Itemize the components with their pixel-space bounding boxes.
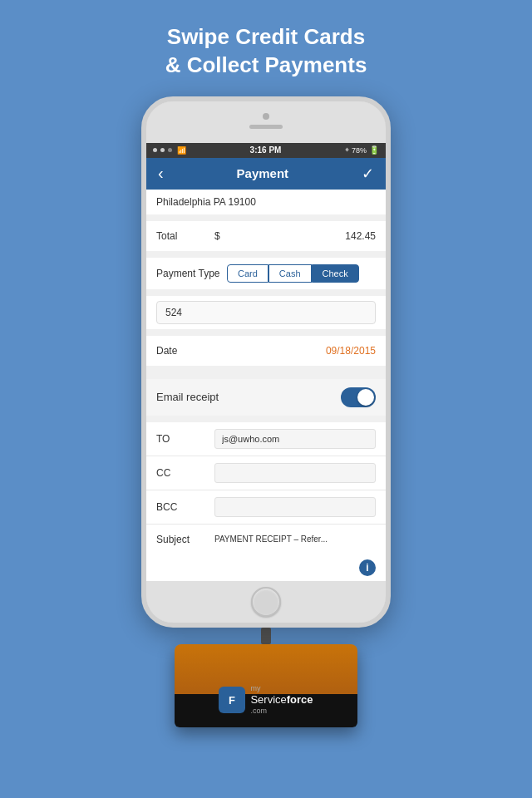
email-receipt-toggle[interactable]: [341, 387, 376, 407]
info-row: i: [146, 554, 386, 581]
logo-com: .com: [250, 707, 313, 716]
check-button[interactable]: Check: [312, 264, 359, 283]
subject-row: Subject PAYMENT RECEIPT – Refer...: [146, 525, 386, 554]
cc-input[interactable]: [214, 463, 376, 483]
connector: [261, 628, 271, 644]
email-receipt-label: Email receipt: [156, 391, 219, 403]
bcc-row: BCC: [146, 490, 386, 525]
nav-title: Payment: [237, 166, 289, 180]
phone-bottom: [146, 581, 386, 623]
status-time: 3:16 PM: [250, 145, 282, 155]
logo-force: force: [287, 693, 313, 706]
card-reader-logo: F my Serviceforce .com: [219, 684, 313, 718]
total-amount: 142.45: [224, 230, 376, 242]
screen-content: Philadelphia PA 19100 Total $ 142.45 Pay…: [146, 190, 386, 581]
card-reader-base: F my Serviceforce .com: [175, 644, 357, 727]
currency-symbol: $: [214, 230, 220, 242]
email-section: TO CC BCC Subject PAYMENT RECEIPT – Refe…: [146, 422, 386, 554]
bcc-input[interactable]: [214, 497, 376, 517]
home-button[interactable]: [251, 587, 281, 617]
date-section: Date 09/18/2015: [146, 336, 386, 366]
subject-value: PAYMENT RECEIPT – Refer...: [214, 534, 376, 544]
total-section: Total $ 142.45: [146, 221, 386, 251]
total-label: Total: [156, 230, 214, 242]
battery-icon: 🔋: [369, 145, 379, 155]
phone-top: [146, 101, 386, 143]
cash-button[interactable]: Cash: [268, 264, 312, 283]
total-row: Total $ 142.45: [146, 221, 386, 251]
address-value: Philadelphia PA 19100: [156, 196, 256, 208]
to-input[interactable]: [214, 429, 376, 449]
date-value: 09/18/2015: [214, 345, 376, 357]
to-label: TO: [156, 433, 214, 445]
bcc-label: BCC: [156, 501, 214, 513]
card-number-section: [146, 296, 386, 329]
location-icon: ⌖: [345, 145, 349, 155]
cc-label: CC: [156, 467, 214, 479]
signal-dot-2: [160, 148, 165, 152]
card-button[interactable]: Card: [227, 264, 268, 283]
logo-service: Service: [250, 693, 286, 706]
signal-dot-3: [168, 148, 172, 152]
wifi-icon: 📶: [177, 146, 186, 155]
subject-label: Subject: [156, 534, 214, 545]
cc-row: CC: [146, 456, 386, 490]
address-section: Philadelphia PA 19100: [146, 190, 386, 214]
payment-type-buttons: Card Cash Check: [227, 264, 359, 283]
date-row: Date 09/18/2015: [146, 336, 386, 366]
logo-text-block: my Serviceforce .com: [250, 684, 313, 715]
confirm-button[interactable]: ✓: [362, 165, 374, 183]
spacer: [146, 372, 386, 379]
payment-type-label: Payment Type: [156, 268, 227, 279]
payment-type-section: Payment Type Card Cash Check: [146, 258, 386, 289]
status-bar: 📶 3:16 PM ⌖ 78% 🔋: [146, 143, 386, 158]
address-row: Philadelphia PA 19100: [146, 190, 386, 214]
email-receipt-toggle-row: Email receipt: [146, 379, 386, 416]
phone-mockup: 📶 3:16 PM ⌖ 78% 🔋 ‹ Payment ✓ Philadelph…: [0, 96, 532, 727]
svg-text:F: F: [229, 694, 235, 707]
logo-icon: F: [219, 687, 245, 713]
card-number-input[interactable]: [156, 301, 376, 324]
logo-svg: F: [224, 692, 240, 708]
signal-dot-1: [153, 148, 157, 152]
payment-type-row: Payment Type Card Cash Check: [146, 258, 386, 289]
toggle-thumb: [357, 389, 374, 406]
speaker: [249, 125, 283, 129]
date-label: Date: [156, 345, 214, 357]
status-right: ⌖ 78% 🔋: [345, 145, 379, 155]
to-row: TO: [146, 422, 386, 456]
nav-bar: ‹ Payment ✓: [146, 158, 386, 190]
logo-service-force: Serviceforce: [250, 693, 313, 707]
camera: [263, 113, 269, 120]
back-button[interactable]: ‹: [158, 164, 164, 183]
page-header: Swipe Credit Cards & Collect Payments: [0, 0, 532, 96]
battery-percent: 78%: [352, 146, 367, 155]
info-button[interactable]: i: [359, 559, 376, 576]
status-left: 📶: [153, 146, 186, 155]
phone-body: 📶 3:16 PM ⌖ 78% 🔋 ‹ Payment ✓ Philadelph…: [141, 96, 391, 628]
logo-my: my: [250, 684, 313, 693]
